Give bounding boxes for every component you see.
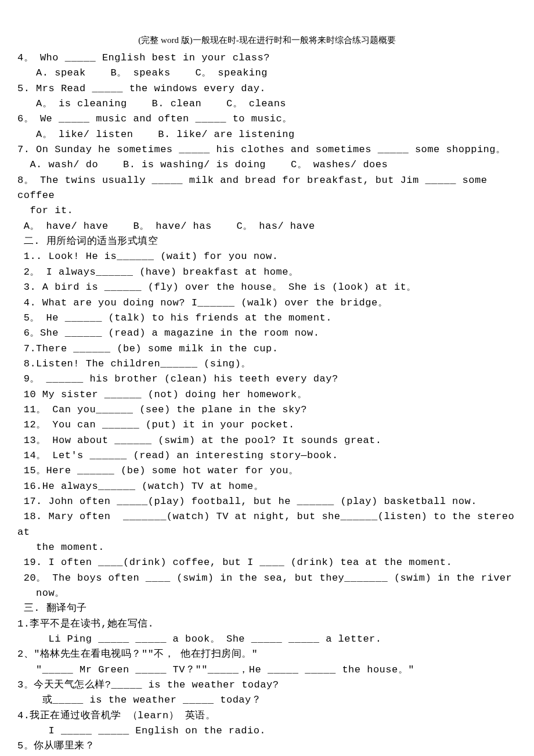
- s2-item: 9。 ______ his brother (clean) his teeth …: [17, 372, 517, 387]
- s2-item: 2。 I always______ (have) breakfast at ho…: [17, 265, 517, 280]
- s3-q3-en: 或_____ is the weather _____ today？: [17, 693, 517, 708]
- s2-item: 6。She ______ (read) a magazine in the ro…: [17, 326, 517, 341]
- q4-opts: A. speak B。 speaks C。 speaking: [17, 66, 517, 81]
- s2-item: 10 My sister ______ (not) doing her home…: [17, 387, 517, 402]
- s2-item: 4. What are you doing now? I______ (walk…: [17, 296, 517, 311]
- s3-q2-zh: 2、"格林先生在看电视吗？""不， 他在打扫房间。": [17, 647, 517, 662]
- page-header: (完整 word 版)一般现在时-现在进行时和一般将来时综合练习题概要: [17, 35, 517, 46]
- s2-item: 20。 The boys often ____ (swim) in the se…: [17, 571, 517, 586]
- s3-q1-en: Li Ping _____ _____ a book。 She _____ __…: [17, 632, 517, 647]
- q8-text: 8。 The twins usually _____ milk and brea…: [17, 173, 517, 204]
- s2-item: 8.Listen! The children______ (sing)。: [17, 357, 517, 372]
- s3-q1-zh: 1.李平不是在读书,她在写信.: [17, 617, 517, 632]
- s2-item: 12。 You can ______ (put) it in your pock…: [17, 417, 517, 433]
- s3-q5-zh: 5。你从哪里来？: [17, 739, 517, 754]
- s2-item: 17. John often _____(play) football, but…: [17, 494, 517, 509]
- q8-cont: for it.: [17, 203, 517, 218]
- s2-item: 16.He always______ (watch) TV at home。: [17, 479, 517, 494]
- s2-item: 14。 Let's ______ (read) an interesting s…: [17, 448, 517, 463]
- s2-item: 19. I often ____(drink) coffee, but I __…: [17, 555, 517, 570]
- s2-item: now。: [17, 586, 517, 601]
- s2-item: 5。 He ______ (talk) to his friends at th…: [17, 311, 517, 326]
- section3-title: 三. 翻译句子: [17, 601, 517, 616]
- s3-q4-zh: 4.我正在通过收音机学 （learn） 英语。: [17, 708, 517, 723]
- s2-item: 3. A bird is ______ (fly) over the house…: [17, 280, 517, 295]
- s2-item: 13。 How about ______ (swim) at the pool?…: [17, 433, 517, 448]
- q5-opts: A。 is cleaning B. clean C。 cleans: [17, 96, 517, 111]
- s2-item: 11。 Can you______ (see) the plane in the…: [17, 402, 517, 417]
- q8-opts: A。 have/ have B。 have/ has C。 has/ have: [17, 219, 517, 234]
- s2-item: 1.. Look! He is______ (wait) for you now…: [17, 249, 517, 264]
- s2-item: 18. Mary often _______(watch) TV at nigh…: [17, 509, 517, 540]
- q7-opts: A. wash/ do B. is washing/ is doing C。 w…: [17, 157, 517, 172]
- q5-text: 5. Mrs Read _____ the windows every day.: [17, 81, 517, 96]
- q4-text: 4。 Who _____ English best in your class?: [17, 51, 517, 66]
- s2-item: 7.There ______ (be) some milk in the cup…: [17, 341, 517, 357]
- q6-opts: A。 like/ listen B. like/ are listening: [17, 127, 517, 142]
- q7-text: 7. On Sunday he sometimes _____ his clot…: [17, 142, 517, 157]
- section2-title: 二. 用所给词的适当形式填空: [17, 234, 517, 249]
- s3-q2-en: "_____ Mr Green _____ TV？""_____，He ____…: [17, 663, 517, 678]
- worksheet-page: (完整 word 版)一般现在时-现在进行时和一般将来时综合练习题概要 4。 W…: [0, 0, 534, 756]
- s2-item: the moment.: [17, 540, 517, 555]
- s2-item: 15。Here ______ (be) some hot water for y…: [17, 463, 517, 478]
- s3-q3-zh: 3。今天天气怎么样?_____ is the weather today?: [17, 678, 517, 693]
- s3-q4-en: I _____ _____ English on the radio.: [17, 723, 517, 739]
- q6-text: 6。 We _____ music and often _____ to mus…: [17, 111, 517, 127]
